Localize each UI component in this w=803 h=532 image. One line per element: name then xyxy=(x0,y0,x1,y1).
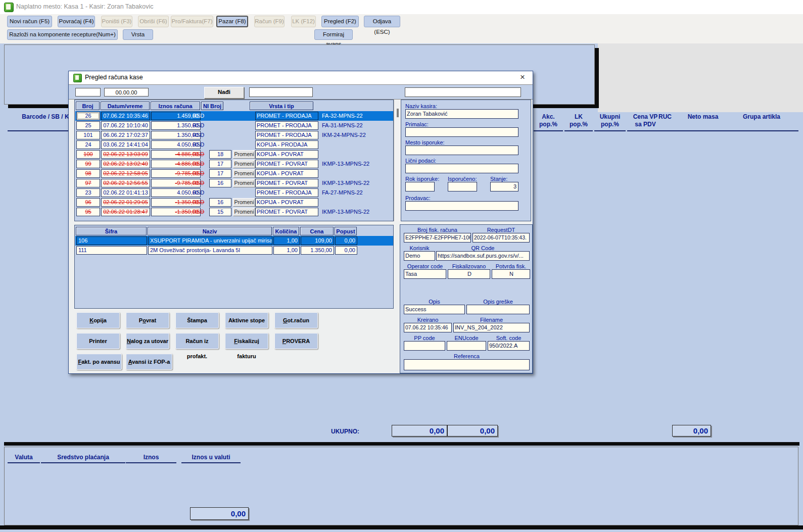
toolbar-button-novi-racun[interactable]: Novi račun (F5) xyxy=(7,16,52,27)
receipts-header-vrsta[interactable]: Vrsta i tip xyxy=(250,102,313,110)
receipt-datum-cell[interactable]: 02.06.22 12:58:05 xyxy=(101,169,150,178)
dialog-button-racun-iz-profakt[interactable]: Račun iz profakt. xyxy=(175,333,219,349)
dialog-button-provera[interactable]: PROVERA xyxy=(274,333,318,349)
receipt-datum-cell[interactable]: 07.06.22 10:35:46 xyxy=(101,112,150,120)
receipt-ni-broj-cell[interactable]: 18 xyxy=(209,150,231,159)
dialog-button-avansi-iz-fop-a[interactable]: Avansi iz FOP-a xyxy=(126,354,172,370)
dialog-button-kopija[interactable]: Kopija xyxy=(76,312,120,328)
promeni-button[interactable]: Promeni xyxy=(233,169,255,178)
receipt-datum-cell[interactable]: 02.06.22 01:29:05 xyxy=(101,198,150,207)
receipt-ni-broj-cell[interactable]: 17 xyxy=(209,160,231,168)
receipt-ni-broj-cell[interactable]: 17 xyxy=(209,169,231,178)
receipt-datum-cell[interactable]: 02.06.22 01:28:47 xyxy=(101,208,150,216)
mesto-isporuke-field[interactable] xyxy=(405,146,518,155)
stanje-field[interactable]: 3 xyxy=(490,182,518,191)
receipt-datum-cell[interactable]: 07.06.22 10:10:40 xyxy=(101,121,150,130)
receipt-ni-broj-cell[interactable]: 16 xyxy=(209,179,231,187)
licni-podaci-field[interactable] xyxy=(405,164,518,173)
search-date-field[interactable]: 00.00.00 xyxy=(104,88,149,96)
toolbar-button-vrsta[interactable]: Vrsta xyxy=(123,29,153,40)
rok-isporuke-field[interactable] xyxy=(405,182,435,191)
receipt-row[interactable]: 9902.06.22 13:02:40-4.886,00RSD17Promeni… xyxy=(75,159,393,169)
toolbar-button-pregled[interactable]: Pregled (F2) xyxy=(321,16,359,27)
item-cena-cell[interactable]: 1.350,00 xyxy=(301,246,334,255)
receipt-vrsta-cell[interactable]: KOPIJA - POVRAT xyxy=(255,198,318,207)
receipt-broj-cell[interactable]: 101 xyxy=(76,131,100,139)
receipt-vrsta-cell[interactable]: PROMET - PRODAJA xyxy=(255,188,318,197)
filename-field[interactable]: INV_NS_204_2022 xyxy=(453,323,530,332)
item-row[interactable]: 106XSUPPORT PIRAMIDA - univerzalni upija… xyxy=(75,236,393,246)
item-row[interactable]: 1112M Osveživač prostorija- Lavanda 5l1,… xyxy=(75,246,393,255)
items-header-naziv[interactable]: Naziv xyxy=(148,227,272,235)
dialog-button-fakt-po-avansu[interactable]: Fakt. po avansu xyxy=(76,354,122,370)
scrollbar-thumb[interactable] xyxy=(397,109,399,117)
receipt-broj-cell[interactable]: 23 xyxy=(76,188,100,197)
receipt-broj-cell[interactable]: 99 xyxy=(76,160,100,168)
receipt-row[interactable]: 9702.06.22 12:56:55-9.785,00RSD16Promeni… xyxy=(75,178,393,188)
receipt-broj-cell[interactable]: 100 xyxy=(76,150,100,159)
item-kolicina-cell[interactable]: 1,00 xyxy=(273,236,300,245)
item-kolicina-cell[interactable]: 1,00 xyxy=(273,246,300,255)
receipt-broj-cell[interactable]: 96 xyxy=(76,198,100,207)
receipt-vrsta-cell[interactable]: KOPIJA - POVRAT xyxy=(255,150,318,159)
referenca-field[interactable] xyxy=(404,359,530,370)
receipt-vrsta-cell[interactable]: PROMET - PRODAJA xyxy=(255,112,318,120)
promeni-button[interactable]: Promeni xyxy=(233,198,255,207)
opis-greske-field[interactable] xyxy=(466,305,530,314)
soft-code-field[interactable]: 950/2022.A xyxy=(488,341,530,351)
receipt-broj-cell[interactable]: 25 xyxy=(76,121,100,130)
receipt-row[interactable]: 2507.06.22 10:10:401.350,00RSDPROMET - P… xyxy=(75,121,393,130)
receipt-datum-cell[interactable]: 03.06.22 14:41:04 xyxy=(101,140,150,149)
receipt-vrsta-cell[interactable]: PROMET - PRODAJA xyxy=(255,131,318,139)
receipt-vrsta-cell[interactable]: PROMET - PRODAJA xyxy=(255,121,318,130)
korisnik-field[interactable]: Demo xyxy=(404,251,435,261)
broj-fisk-field[interactable]: E2FPPHE7-E2FPPHE7-1060 xyxy=(404,233,471,243)
receipt-ni-broj-cell[interactable]: 15 xyxy=(209,208,231,216)
receipt-row[interactable]: 2403.06.22 14:41:044.050,00RSDKOPIJA - P… xyxy=(75,140,393,150)
search-field-3[interactable] xyxy=(249,87,313,97)
toolbar-button-povracaj[interactable]: Povraćaj (F4) xyxy=(58,16,95,27)
receipts-header-broj[interactable]: Broj xyxy=(76,102,100,110)
toolbar-button-razlozi[interactable]: Razloži na komponente recepture(Num+) xyxy=(7,29,118,40)
receipt-row[interactable]: 10106.06.22 17:02:371.350,00RSDPROMET - … xyxy=(75,130,393,140)
receipt-broj-cell[interactable]: 24 xyxy=(76,140,100,149)
receipt-broj-cell[interactable]: 98 xyxy=(76,169,100,178)
receipt-datum-cell[interactable]: 06.06.22 17:02:37 xyxy=(101,131,150,139)
item-naziv-cell[interactable]: 2M Osveživač prostorija- Lavanda 5l xyxy=(148,246,272,255)
search-field-1[interactable] xyxy=(75,88,101,96)
naziv-kasira-field[interactable]: Zoran Tabaković xyxy=(405,109,518,119)
close-icon[interactable]: × xyxy=(517,72,528,82)
receipt-vrsta-cell[interactable]: PROMET - POVRAT xyxy=(255,208,318,216)
dialog-button-povrat[interactable]: Povrat xyxy=(126,312,169,328)
requestdt-field[interactable]: 2022-06-07T10:35:43. xyxy=(473,233,530,243)
receipts-header-datum[interactable]: Datum/vreme xyxy=(101,102,150,110)
item-sifra-cell[interactable]: 111 xyxy=(76,246,147,255)
receipt-row[interactable]: 10002.06.22 13:03:09-4.886,00RSD18Promen… xyxy=(75,150,393,159)
isporuceno-field[interactable] xyxy=(448,182,477,191)
item-cena-cell[interactable]: 109,00 xyxy=(301,236,334,245)
operator-code-field[interactable]: Tasa xyxy=(404,269,446,279)
dialog-titlebar[interactable]: Pregled računa kase × xyxy=(69,71,533,85)
potvrda-field[interactable]: N xyxy=(492,269,530,279)
toolbar-button-odjava[interactable]: Odjava (ESC) xyxy=(364,16,400,27)
primalac-field[interactable] xyxy=(405,127,518,137)
items-header-sifra[interactable]: Šifra xyxy=(76,227,147,235)
receipts-header-ni-broj[interactable]: NI Broj xyxy=(201,102,223,110)
receipt-row[interactable]: 9602.06.22 01:29:05-1.350,00RSD16Promeni… xyxy=(75,198,393,207)
receipt-broj-cell[interactable]: 26 xyxy=(76,112,100,120)
kreirano-field[interactable]: 07.06.22 10:35:46 xyxy=(404,323,452,332)
item-sifra-cell[interactable]: 106 xyxy=(76,236,147,245)
search-field-4[interactable] xyxy=(405,87,521,97)
items-header-cena[interactable]: Cena xyxy=(300,227,334,235)
dialog-button-fiskalizuj-fakturu[interactable]: Fiskalizuj fakturu xyxy=(225,333,268,349)
receipt-datum-cell[interactable]: 02.06.22 01:41:13 xyxy=(101,188,150,197)
promeni-button[interactable]: Promeni xyxy=(233,150,255,159)
receipt-datum-cell[interactable]: 02.06.22 13:03:09 xyxy=(101,150,150,159)
item-naziv-cell[interactable]: XSUPPORT PIRAMIDA - univerzalni upijač m… xyxy=(148,236,272,245)
receipt-broj-cell[interactable]: 97 xyxy=(76,179,100,187)
receipt-vrsta-cell[interactable]: KOPIJA - POVRAT xyxy=(255,169,318,178)
promeni-button[interactable]: Promeni xyxy=(233,179,255,187)
receipt-vrsta-cell[interactable]: PROMET - POVRAT xyxy=(255,179,318,187)
items-header-popust[interactable]: Popust xyxy=(335,227,357,235)
items-header-kolicina[interactable]: Količina xyxy=(273,227,299,235)
